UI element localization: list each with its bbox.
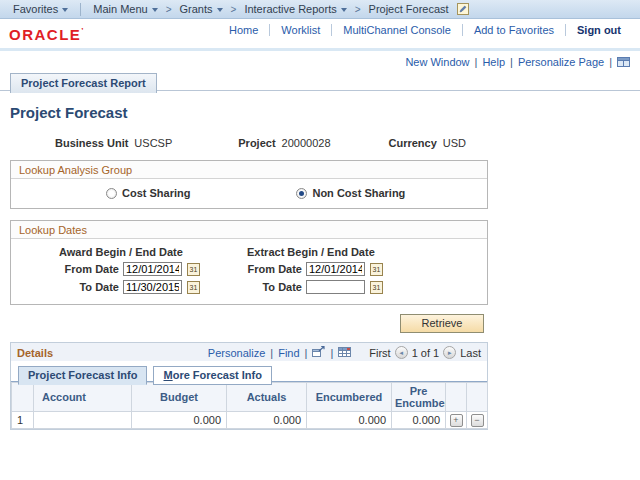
pagebar-separator: | xyxy=(609,56,612,68)
home-link[interactable]: Home xyxy=(218,24,269,36)
next-row-button[interactable]: ► xyxy=(443,346,456,359)
cost-sharing-option[interactable]: Cost Sharing xyxy=(106,187,190,199)
calendar-icon[interactable]: 31 xyxy=(187,281,200,294)
breadcrumb: Favorites Main Menu > Grants > Interacti… xyxy=(0,0,640,19)
breadcrumb-interactive-reports[interactable]: Interactive Reports xyxy=(237,3,353,15)
row-number: 1 xyxy=(12,412,34,429)
extract-from-row: From Date 31 xyxy=(247,262,383,276)
column-header-encumbered: Encumbered xyxy=(307,383,392,412)
currency-value: USD xyxy=(443,137,466,149)
currency-label: Currency xyxy=(389,137,437,149)
chevron-down-icon xyxy=(341,8,347,12)
breadcrumb-grants[interactable]: Grants xyxy=(173,3,230,15)
page-title: Project Forecast xyxy=(10,104,640,121)
radio-selected-icon[interactable] xyxy=(296,188,307,199)
column-header-pre-encumbered: Pre Encumbered xyxy=(392,383,446,412)
previous-row-button[interactable]: ◄ xyxy=(395,346,408,359)
lookup-dates-groupbox: Lookup Dates Award Begin / End Date From… xyxy=(10,220,488,305)
lookup-dates-body: Award Begin / End Date From Date 31 To D… xyxy=(11,239,487,304)
tab-more-forecast-info[interactable]: More Forecast Info xyxy=(153,366,271,385)
key-fields: Business Unit USCSP Project 20000028 Cur… xyxy=(0,137,640,149)
lookup-analysis-groupbox: Lookup Analysis Group Cost Sharing Non C… xyxy=(10,160,488,209)
tab-project-forecast-info[interactable]: Project Forecast Info xyxy=(18,366,147,385)
award-to-date-input[interactable] xyxy=(123,280,182,294)
table-header-row: Account Budget Actuals Encumbered Pre En… xyxy=(12,383,488,412)
calendar-icon[interactable]: 31 xyxy=(370,281,383,294)
edit-page-icon[interactable] xyxy=(457,3,469,15)
personalize-layout-icon[interactable] xyxy=(617,57,630,67)
delete-row-header xyxy=(467,383,488,412)
last-label: Last xyxy=(460,347,481,359)
personalize-page-link[interactable]: Personalize Page xyxy=(518,56,604,68)
new-window-link[interactable]: New Window xyxy=(405,56,469,68)
breadcrumb-separator: > xyxy=(354,4,362,15)
radio-unselected-icon[interactable] xyxy=(106,188,117,199)
award-dates-column: Award Begin / End Date From Date 31 To D… xyxy=(49,244,200,294)
tab-project-forecast-report[interactable]: Project Forecast Report xyxy=(10,73,157,93)
extract-to-row: To Date 31 xyxy=(247,280,383,294)
grid-toolbar: Personalize | Find | | First ◄ 1 of 1 ► … xyxy=(208,346,481,359)
worklist-link[interactable]: Worklist xyxy=(269,24,331,36)
first-label: First xyxy=(369,347,390,359)
forecast-table: Account Budget Actuals Encumbered Pre En… xyxy=(11,382,488,429)
breadcrumb-main-menu[interactable]: Main Menu xyxy=(86,3,164,15)
award-to-row: To Date 31 xyxy=(49,280,200,294)
extract-to-date-input[interactable] xyxy=(306,280,365,294)
extract-to-label: To Date xyxy=(247,281,302,293)
pagebar-separator: | xyxy=(510,56,513,68)
find-link[interactable]: Find xyxy=(278,347,299,359)
non-cost-sharing-option[interactable]: Non Cost Sharing xyxy=(296,187,405,199)
breadcrumb-favorites[interactable]: Favorites xyxy=(6,3,75,15)
calendar-icon[interactable]: 31 xyxy=(187,263,200,276)
breadcrumb-grants-label: Grants xyxy=(180,3,213,15)
multichannel-console-link[interactable]: MultiChannel Console xyxy=(331,24,462,36)
details-grid-header: Details Personalize | Find | | First ◄ 1… xyxy=(11,343,487,361)
extract-dates-column: Extract Begin / End Date From Date 31 To… xyxy=(247,244,383,294)
oracle-logo: ORACLE’ xyxy=(9,26,85,43)
details-grid: Details Personalize | Find | | First ◄ 1… xyxy=(10,342,488,430)
calendar-icon[interactable]: 31 xyxy=(370,263,383,276)
breadcrumb-divider xyxy=(80,3,81,16)
sign-out-link[interactable]: Sign out xyxy=(565,24,632,36)
personalize-link[interactable]: Personalize xyxy=(208,347,265,359)
encumbered-cell: 0.000 xyxy=(307,412,392,429)
actuals-cell: 0.000 xyxy=(227,412,307,429)
add-row-button[interactable]: + xyxy=(450,414,463,427)
chevron-down-icon xyxy=(152,8,158,12)
toolbar-separator: | xyxy=(330,347,333,359)
award-to-label: To Date xyxy=(49,281,119,293)
page-tab-bar: Project Forecast Report xyxy=(0,72,640,91)
award-from-label: From Date xyxy=(49,263,119,275)
lookup-dates-title: Lookup Dates xyxy=(11,221,487,239)
retrieve-button[interactable]: Retrieve xyxy=(400,314,484,333)
business-unit-value: USCSP xyxy=(134,137,172,149)
breadcrumb-main-menu-label: Main Menu xyxy=(93,3,147,15)
row-position: 1 of 1 xyxy=(412,347,440,359)
extract-from-label: From Date xyxy=(247,263,302,275)
page-action-bar: New Window | Help | Personalize Page | xyxy=(0,51,640,68)
toolbar-separator: | xyxy=(270,347,273,359)
add-to-favorites-link[interactable]: Add to Favorites xyxy=(462,24,565,36)
breadcrumb-favorites-label: Favorites xyxy=(13,3,58,15)
non-cost-sharing-label: Non Cost Sharing xyxy=(312,187,405,199)
header-links: Home Worklist MultiChannel Console Add t… xyxy=(218,24,632,36)
view-all-popout-icon[interactable] xyxy=(312,346,325,359)
download-grid-icon[interactable] xyxy=(338,347,351,359)
breadcrumb-current-page: Project Forecast xyxy=(362,3,476,15)
rownum-header xyxy=(12,383,34,412)
award-from-date-input[interactable] xyxy=(123,262,182,276)
chevron-down-icon xyxy=(62,8,68,12)
delete-row-button[interactable]: − xyxy=(471,414,484,427)
chevron-down-icon xyxy=(217,8,223,12)
project-field: Project 20000028 xyxy=(238,137,330,149)
add-row-cell: + xyxy=(446,412,467,429)
account-cell xyxy=(34,412,132,429)
retrieve-row: Retrieve xyxy=(0,314,484,333)
analysis-group-options: Cost Sharing Non Cost Sharing xyxy=(11,179,487,208)
lookup-analysis-group-title: Lookup Analysis Group xyxy=(11,161,487,179)
help-link[interactable]: Help xyxy=(482,56,505,68)
breadcrumb-interactive-reports-label: Interactive Reports xyxy=(244,3,336,15)
extract-from-date-input[interactable] xyxy=(306,262,365,276)
column-header-budget: Budget xyxy=(132,383,227,412)
project-label: Project xyxy=(238,137,275,149)
